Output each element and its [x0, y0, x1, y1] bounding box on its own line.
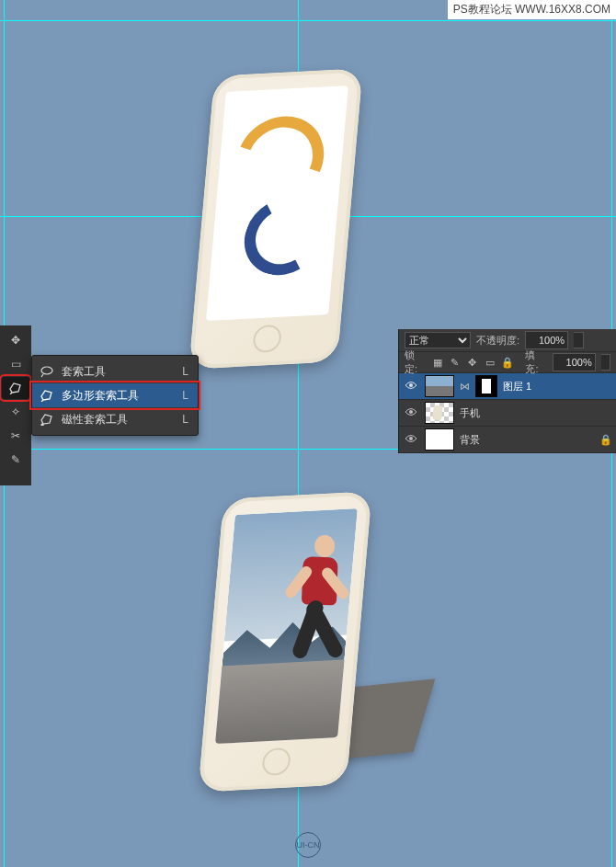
mask-link-icon[interactable]: ⋈ — [460, 381, 470, 393]
opacity-label: 不透明度: — [476, 334, 519, 348]
fish-wallpaper — [206, 86, 348, 321]
flyout-label: 磁性套索工具 — [62, 412, 128, 428]
svg-point-0 — [41, 367, 52, 374]
lock-pixels-icon[interactable]: ▦ — [431, 357, 443, 369]
home-button-icon — [261, 747, 291, 776]
fill-input[interactable] — [553, 353, 596, 371]
magnetic-lasso-icon — [40, 412, 54, 427]
marquee-icon: ▭ — [8, 357, 23, 371]
lasso-tool-flyout: 套索工具 L 多边形套索工具 L 磁性套索工具 L — [31, 355, 199, 436]
fill-label: 填充: — [525, 348, 546, 376]
lock-brush-icon[interactable]: ✎ — [449, 357, 461, 369]
uicn-logo: UI-CN — [295, 832, 321, 858]
layer-mask-thumbnail[interactable] — [475, 375, 497, 397]
flyout-shortcut: L — [182, 365, 188, 378]
polygonal-lasso-icon — [8, 381, 23, 395]
home-button-icon — [252, 325, 282, 353]
layer-row[interactable]: 背景 🔒 — [399, 427, 616, 453]
eye-icon — [405, 434, 417, 443]
watermark-text: PS教程论坛 WWW.16XX8.COM — [448, 0, 616, 19]
fill-dropdown[interactable] — [601, 354, 610, 371]
lock-position-icon[interactable]: ✥ — [466, 357, 478, 369]
flyout-shortcut: L — [182, 389, 188, 402]
flyout-item-polygonal-lasso[interactable]: 多边形套索工具 L — [32, 383, 198, 407]
layer-name[interactable]: 背景 — [460, 433, 480, 447]
layer-row[interactable]: 手机 — [399, 400, 616, 427]
layers-top-row: 正常 不透明度: — [399, 329, 616, 352]
flyout-label: 套索工具 — [62, 364, 106, 380]
toolbox: ✥ ▭ ✧ ✂ ✎ — [0, 325, 31, 485]
lock-all-icon[interactable]: 🔒 — [501, 357, 514, 369]
svg-point-2 — [409, 383, 413, 387]
flyout-label: 多边形套索工具 — [62, 388, 139, 404]
visibility-toggle[interactable] — [403, 434, 419, 445]
marquee-tool[interactable]: ▭ — [2, 353, 29, 375]
lock-icon: 🔒 — [599, 434, 612, 446]
layer-thumbnail[interactable] — [425, 375, 454, 397]
flyout-item-lasso[interactable]: 套索工具 L — [32, 359, 198, 383]
layer-name[interactable]: 图层 1 — [503, 380, 531, 394]
flyout-shortcut: L — [182, 413, 188, 426]
crop-tool[interactable]: ✂ — [2, 425, 29, 447]
magic-wand-icon: ✧ — [8, 405, 23, 419]
eye-icon — [405, 407, 417, 416]
opacity-dropdown[interactable] — [574, 332, 584, 348]
svg-point-3 — [409, 410, 413, 414]
polygonal-lasso-tool[interactable] — [2, 377, 29, 399]
polygonal-lasso-icon — [40, 388, 54, 403]
phone-screen — [206, 86, 348, 321]
layer-name[interactable]: 手机 — [460, 406, 480, 420]
runner-head — [314, 535, 336, 558]
layer-thumbnail[interactable] — [425, 402, 454, 424]
lasso-icon — [40, 364, 54, 379]
layer-thumbnail[interactable] — [425, 428, 454, 451]
phone-mockup-top — [188, 68, 362, 369]
opacity-input[interactable] — [525, 331, 568, 349]
eyedropper-tool[interactable]: ✎ — [2, 449, 29, 471]
visibility-toggle[interactable] — [403, 407, 419, 418]
eyedropper-icon: ✎ — [8, 452, 23, 467]
layers-lock-row: 锁定: ▦ ✎ ✥ ▭ 🔒 填充: — [399, 352, 616, 373]
lock-artboard-icon[interactable]: ▭ — [484, 357, 496, 369]
flyout-item-magnetic-lasso[interactable]: 磁性套索工具 L — [32, 407, 198, 431]
canvas: PS教程论坛 WWW.16XX8.COM ✥ ▭ — [0, 0, 616, 867]
move-icon: ✥ — [8, 333, 23, 348]
guide-horizontal — [0, 20, 616, 21]
magic-wand-tool[interactable]: ✧ — [2, 401, 29, 423]
svg-point-4 — [409, 437, 413, 440]
lock-label: 锁定: — [405, 348, 426, 376]
layers-panel: 正常 不透明度: 锁定: ▦ ✎ ✥ ▭ 🔒 填充: ⋈ 图层 1 — [398, 329, 616, 453]
crop-icon: ✂ — [8, 428, 23, 443]
layer-row[interactable]: ⋈ 图层 1 — [399, 373, 616, 400]
eye-icon — [405, 381, 417, 390]
blend-mode-select[interactable]: 正常 — [405, 332, 471, 348]
visibility-toggle[interactable] — [403, 381, 419, 392]
move-tool[interactable]: ✥ — [2, 329, 29, 351]
running-man — [273, 522, 371, 681]
